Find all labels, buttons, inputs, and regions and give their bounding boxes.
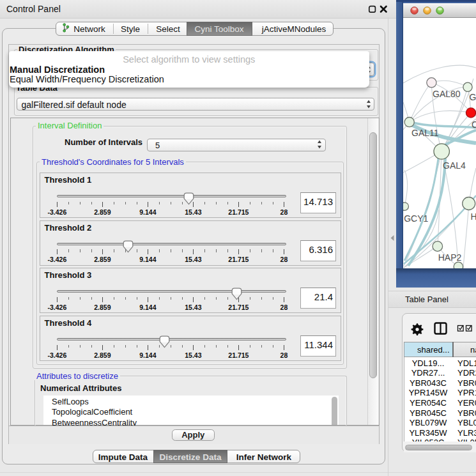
svg-text:H: H (470, 211, 476, 221)
svg-text:GAL4: GAL4 (443, 160, 466, 170)
svg-text:GA: GA (470, 91, 476, 102)
svg-text:GAL80: GAL80 (433, 88, 461, 98)
svg-text:C: C (472, 119, 476, 129)
svg-text:GCY1: GCY1 (404, 213, 428, 223)
svg-text:HAP2: HAP2 (438, 252, 462, 263)
svg-text:GAL11: GAL11 (411, 127, 439, 137)
